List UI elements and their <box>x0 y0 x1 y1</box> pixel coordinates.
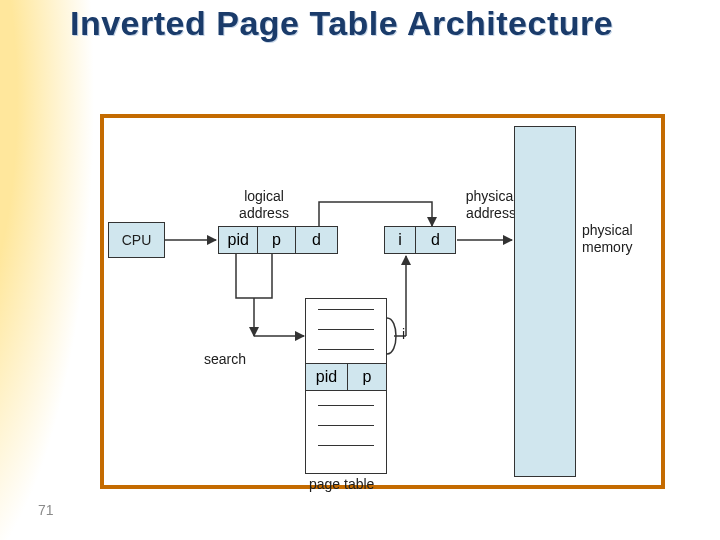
logical-p-cell: p <box>258 227 295 253</box>
physical-i-label: i <box>398 231 402 249</box>
cpu-block: CPU <box>108 222 165 258</box>
physical-memory-block <box>514 126 576 477</box>
physical-memory-label: physical memory <box>582 222 660 256</box>
inverted-page-table: pid p <box>305 298 387 474</box>
logical-address-label: logical address <box>219 188 309 222</box>
page-table-label: page table <box>309 476 374 493</box>
diagram-frame: CPU logical address pid p d physical add… <box>100 114 665 489</box>
search-label: search <box>204 351 246 368</box>
physical-d-label: d <box>431 231 440 249</box>
ipt-slot <box>306 435 386 455</box>
logical-d-cell: d <box>296 227 337 253</box>
ipt-pid-label: pid <box>316 368 337 386</box>
lookup-output-i: i <box>402 326 405 343</box>
ipt-p-label: p <box>363 368 372 386</box>
ipt-slot <box>306 395 386 415</box>
logical-pid-label: pid <box>227 231 248 249</box>
logical-pid-cell: pid <box>219 227 258 253</box>
slide-title: Inverted Page Table Architecture <box>70 6 613 42</box>
ipt-slot <box>306 299 386 319</box>
page-number: 71 <box>38 502 54 518</box>
logical-p-label: p <box>272 231 281 249</box>
cpu-label: CPU <box>122 232 152 248</box>
ipt-p-cell: p <box>348 364 385 390</box>
physical-d-cell: d <box>416 227 455 253</box>
physical-i-cell: i <box>385 227 416 253</box>
logical-d-label: d <box>312 231 321 249</box>
ipt-pid-cell: pid <box>306 364 349 390</box>
ipt-slot <box>306 319 386 339</box>
ipt-entry-row: pid p <box>305 363 387 391</box>
logical-address-tuple: pid p d <box>218 226 338 254</box>
physical-address-tuple: i d <box>384 226 456 254</box>
ipt-slot <box>306 415 386 435</box>
ipt-slot <box>306 339 386 359</box>
